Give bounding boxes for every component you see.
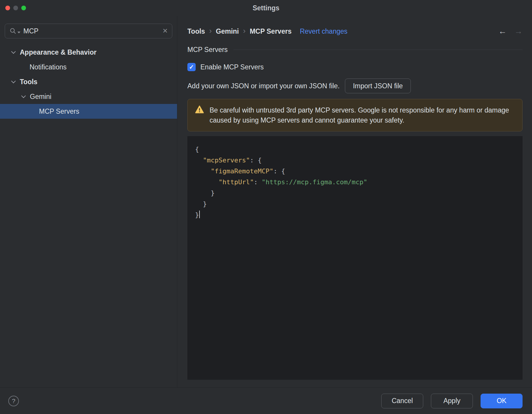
settings-sidebar: ✕ Appearance & Behavior Notifications To… (0, 16, 177, 387)
warning-icon (195, 105, 204, 115)
section-divider (233, 50, 523, 50)
help-button[interactable]: ? (8, 396, 19, 406)
json-editor-code: { "mcpServers": { "figmaRemoteMCP": { "h… (195, 144, 523, 220)
revert-changes-link[interactable]: Revert changes (300, 27, 347, 35)
chevron-down-icon[interactable] (21, 93, 26, 98)
section-title: MCP Servers (187, 46, 228, 54)
breadcrumb-separator-icon: › (209, 26, 212, 35)
close-button[interactable] (5, 6, 10, 10)
zoom-button[interactable] (21, 6, 26, 10)
breadcrumb-mcp-servers: MCP Servers (250, 27, 292, 35)
apply-button[interactable]: Apply (431, 394, 473, 408)
sidebar-item-notifications[interactable]: Notifications (0, 60, 177, 74)
footer-bar: ? Cancel Apply OK (0, 387, 532, 414)
back-arrow-icon[interactable]: ← (498, 27, 507, 36)
section-header: MCP Servers (187, 44, 523, 55)
add-json-text: Add your own JSON or import your own JSO… (187, 82, 340, 90)
chevron-down-icon[interactable] (11, 79, 16, 83)
sidebar-item-tools[interactable]: Tools (0, 74, 177, 89)
chevron-down-icon[interactable] (11, 49, 16, 54)
breadcrumb: Tools › Gemini › MCP Servers Revert chan… (187, 23, 523, 40)
sidebar-item-appearance-behavior[interactable]: Appearance & Behavior (0, 45, 177, 60)
help-icon: ? (12, 397, 15, 405)
settings-tree: Appearance & Behavior Notifications Tool… (0, 45, 177, 119)
traffic-lights (5, 6, 26, 10)
title-bar: Settings (0, 0, 532, 16)
check-icon: ✓ (189, 63, 194, 71)
search-options-caret-icon[interactable] (17, 32, 20, 33)
settings-search-box[interactable]: ✕ (5, 24, 172, 38)
mcp-json-editor[interactable]: { "mcpServers": { "figmaRemoteMCP": { "h… (187, 136, 523, 380)
enable-mcp-servers-label: Enable MCP Servers (200, 63, 264, 71)
mcp-servers-panel: Tools › Gemini › MCP Servers Revert chan… (177, 16, 532, 387)
enable-mcp-servers-checkbox[interactable]: ✓ (187, 63, 196, 71)
settings-body: ✕ Appearance & Behavior Notifications To… (0, 16, 532, 387)
settings-search-input[interactable] (23, 27, 163, 35)
footer-buttons: Cancel Apply OK (381, 394, 523, 408)
cancel-button[interactable]: Cancel (381, 394, 423, 408)
search-clear-icon[interactable]: ✕ (163, 28, 168, 34)
sidebar-item-mcp-servers[interactable]: MCP Servers (0, 104, 177, 119)
search-icon (9, 27, 20, 35)
breadcrumb-separator-icon: › (243, 26, 246, 35)
window-title: Settings (0, 4, 532, 12)
history-nav: ← → (498, 27, 523, 36)
sidebar-item-gemini[interactable]: Gemini (0, 89, 177, 104)
breadcrumb-tools[interactable]: Tools (187, 27, 205, 35)
forward-arrow-icon[interactable]: → (514, 27, 523, 36)
ok-button[interactable]: OK (481, 394, 523, 408)
enable-mcp-servers-row[interactable]: ✓ Enable MCP Servers (187, 61, 523, 73)
minimize-button[interactable] (13, 6, 18, 10)
breadcrumb-gemini[interactable]: Gemini (216, 27, 239, 35)
import-json-file-button[interactable]: Import JSON file (345, 79, 411, 93)
settings-window: Settings ✕ Appearance & Behavior (0, 0, 532, 414)
warning-text: Be careful with untrusted 3rd party MCP … (210, 105, 515, 125)
warning-banner: Be careful with untrusted 3rd party MCP … (187, 99, 523, 131)
add-json-row: Add your own JSON or import your own JSO… (187, 79, 523, 93)
